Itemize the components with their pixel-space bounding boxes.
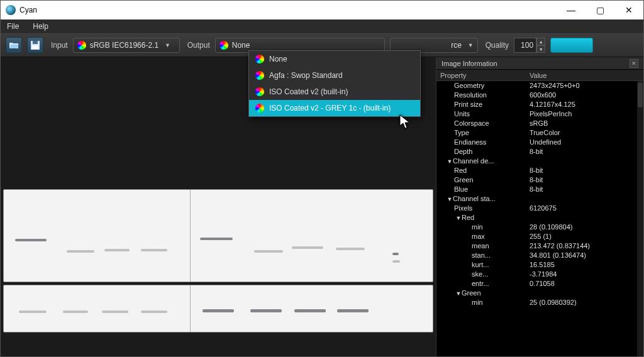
info-key: mean: [472, 242, 489, 250]
open-button[interactable]: [6, 37, 22, 53]
info-value: 4.12167x4.125: [530, 100, 637, 109]
svg-rect-1: [33, 41, 38, 44]
info-value: [530, 213, 637, 222]
info-value: [530, 194, 637, 204]
info-key: Red: [454, 167, 467, 174]
info-row: UnitsPixelsPerInch: [436, 109, 637, 119]
info-row: ColorspacesRGB: [436, 119, 637, 128]
info-panel: Image Information ✕ Property Value Geome…: [436, 57, 643, 356]
image-panel-top[interactable]: [3, 189, 433, 282]
disclosure-triangle-icon[interactable]: ▼: [455, 214, 462, 222]
output-dropdown-menu[interactable]: NoneAgfa : Swop StandardISO Coated v2 (b…: [248, 50, 421, 117]
info-value: 6120675: [530, 204, 637, 213]
svg-rect-2: [32, 45, 38, 49]
info-row: ske...-3.71984: [436, 270, 637, 279]
info-scroll[interactable]: Geometry2473x2475+0+0Resolution600x600Pr…: [436, 81, 637, 356]
info-key: Green: [462, 289, 481, 297]
info-row: min25 (0.0980392): [436, 298, 637, 307]
col-property: Property: [436, 72, 530, 79]
quality-input[interactable]: [514, 38, 536, 53]
menu-help[interactable]: Help: [30, 21, 51, 32]
convert-button[interactable]: [550, 38, 593, 53]
info-row: ▼Green: [436, 288, 637, 298]
info-value: Undefined: [530, 138, 637, 147]
output-profile-value: None: [232, 41, 250, 50]
info-value: 8-bit: [530, 175, 637, 185]
info-key: Channel de...: [453, 157, 494, 165]
maximize-button[interactable]: ▢: [586, 1, 614, 19]
menubar: File Help: [1, 19, 643, 33]
output-label: Output: [187, 41, 210, 50]
info-row: Pixels6120675: [436, 204, 637, 213]
info-row: EndianessUndefined: [436, 138, 637, 147]
titlebar: Cyan — ▢ ✕: [1, 1, 643, 19]
info-value: 8-bit: [530, 147, 637, 157]
info-row: Print size4.12167x4.125: [436, 100, 637, 109]
chevron-down-icon: ▼: [468, 42, 474, 48]
info-key: Units: [454, 110, 470, 118]
info-value: 8-bit: [530, 166, 637, 175]
info-row: mean213.472 (0.837144): [436, 241, 637, 251]
info-key: Depth: [454, 148, 472, 155]
disclosure-triangle-icon[interactable]: ▼: [447, 195, 453, 204]
dropdown-item-label: None: [269, 55, 287, 63]
window-title: Cyan: [19, 6, 557, 14]
chevron-down-icon: ▼: [165, 42, 170, 48]
info-row: Geometry2473x2475+0+0: [436, 81, 637, 91]
info-row: ▼Channel de...: [436, 157, 637, 166]
info-key: Endianess: [454, 138, 486, 146]
info-row: ▼Red: [436, 213, 637, 222]
disclosure-triangle-icon[interactable]: ▼: [447, 157, 453, 166]
info-value: -3.71984: [530, 270, 637, 279]
info-row: Depth8-bit: [436, 147, 637, 157]
color-wheel-icon: [219, 41, 228, 50]
menu-file[interactable]: File: [4, 21, 21, 32]
save-button[interactable]: [27, 37, 43, 53]
info-body: Geometry2473x2475+0+0Resolution600x600Pr…: [436, 81, 643, 356]
info-panel-close[interactable]: ✕: [630, 59, 638, 68]
quality-stepper[interactable]: ▲ ▼: [514, 38, 545, 53]
info-value: [530, 157, 637, 166]
info-value: 255 (1): [530, 232, 637, 241]
dropdown-item-label: ISO Coated v2 (built-in): [269, 87, 348, 96]
output-dropdown-item[interactable]: Agfa : Swop Standard: [249, 67, 420, 84]
app-icon: [6, 5, 16, 15]
image-panel-bottom[interactable]: [3, 285, 433, 332]
color-wheel-icon: [255, 87, 264, 96]
info-key: entr...: [472, 280, 489, 287]
quality-up[interactable]: ▲: [536, 38, 545, 45]
info-row: max255 (1): [436, 232, 637, 241]
info-row: min28 (0.109804): [436, 222, 637, 232]
output-dropdown-item[interactable]: ISO Coated v2 (built-in): [249, 84, 420, 100]
info-key: max: [472, 233, 485, 240]
minimize-button[interactable]: —: [557, 1, 586, 19]
col-value: Value: [530, 72, 643, 79]
dropdown-item-label: Agfa : Swop Standard: [269, 71, 343, 80]
info-key: Type: [454, 129, 469, 136]
info-value: 8-bit: [530, 185, 637, 194]
info-key: Channel sta...: [453, 195, 496, 202]
info-key: ske...: [472, 270, 488, 278]
info-value: 25 (0.0980392): [530, 298, 637, 307]
disclosure-triangle-icon[interactable]: ▼: [455, 289, 462, 298]
color-wheel-icon: [255, 71, 264, 80]
output-dropdown-item[interactable]: ISO Coated v2 - GREY 1c - (built-in): [249, 100, 420, 116]
info-row: TypeTrueColor: [436, 128, 637, 138]
save-icon: [30, 40, 40, 50]
input-profile-dropdown[interactable]: sRGB IEC61966-2.1 ▼: [73, 38, 180, 53]
info-row: kurt...16.5185: [436, 260, 637, 270]
info-key: stan...: [472, 251, 491, 259]
quality-down[interactable]: ▼: [536, 45, 545, 53]
scrollbar-thumb[interactable]: [638, 82, 643, 107]
info-value: 213.472 (0.837144): [530, 241, 637, 251]
info-key: Print size: [454, 101, 482, 108]
close-button[interactable]: ✕: [614, 1, 643, 19]
info-scrollbar[interactable]: [637, 81, 643, 356]
color-wheel-icon: [77, 41, 86, 50]
info-key: kurt...: [472, 261, 489, 268]
info-panel-title: Image Information ✕: [436, 57, 643, 70]
color-wheel-icon: [255, 104, 264, 113]
info-value: 0.71058: [530, 279, 637, 288]
info-row: Red8-bit: [436, 166, 637, 175]
output-dropdown-item[interactable]: None: [249, 51, 420, 67]
